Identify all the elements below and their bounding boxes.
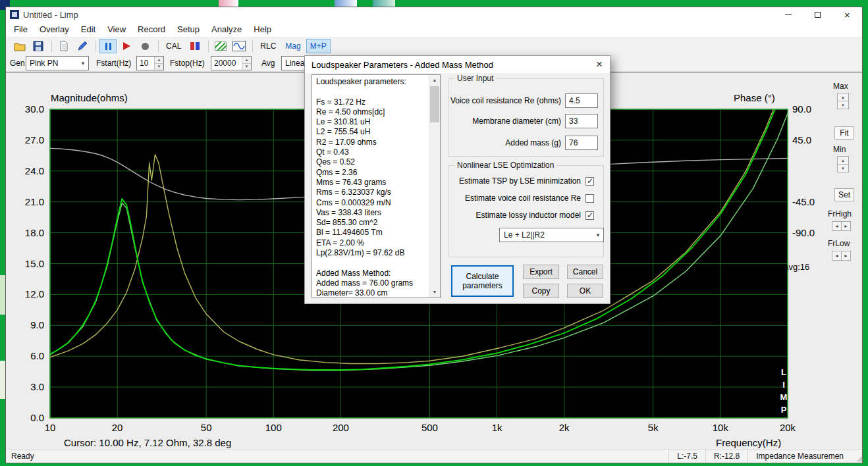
arrow-down-icon[interactable]: ▼ bbox=[155, 64, 163, 70]
dialog-title-bar[interactable]: Loudspeaker Parameters - Added Mass Meth… bbox=[305, 56, 610, 73]
rlc-button[interactable]: RLC bbox=[256, 39, 280, 53]
user-input-group: User Input Voice coil resistance Re (ohm… bbox=[448, 78, 604, 157]
min-label: Min bbox=[833, 145, 846, 154]
added-mass-field-input[interactable]: 76 bbox=[565, 136, 598, 150]
max-stepper[interactable]: ▲▼ bbox=[837, 93, 849, 109]
open-file-button[interactable] bbox=[11, 39, 28, 53]
pen-icon bbox=[77, 41, 88, 51]
scrollbar-thumb[interactable] bbox=[430, 86, 439, 122]
status-bar: Ready L:-7.5 R:-12.8 Impedance Measureme… bbox=[6, 449, 862, 463]
svg-text:-45.0: -45.0 bbox=[792, 196, 815, 207]
maximize-button[interactable] bbox=[803, 7, 832, 22]
arrow-right-icon[interactable]: ► bbox=[841, 221, 851, 231]
fstop-stepper[interactable]: ▲▼ bbox=[242, 57, 251, 70]
menu-setup[interactable]: Setup bbox=[172, 22, 205, 38]
svg-text:45.0: 45.0 bbox=[792, 134, 811, 145]
fstop-input[interactable]: 20000 ▲▼ bbox=[211, 56, 252, 70]
lossy-inductor-checkbox[interactable] bbox=[585, 211, 594, 220]
svg-text:500: 500 bbox=[421, 422, 438, 433]
status-ready: Ready bbox=[6, 452, 34, 461]
avg-label: Avg bbox=[261, 59, 275, 68]
document-icon bbox=[59, 41, 68, 51]
menu-help[interactable]: Help bbox=[248, 22, 277, 38]
menu-overlay[interactable]: Overlay bbox=[34, 22, 74, 38]
minimize-button[interactable] bbox=[773, 7, 803, 22]
cancel-button[interactable]: Cancel bbox=[567, 265, 603, 279]
menu-file[interactable]: File bbox=[9, 22, 33, 38]
toolbar-separator bbox=[158, 40, 159, 52]
fstop-label: Fstop(Hz) bbox=[170, 59, 205, 68]
arrow-down-icon[interactable]: ▼ bbox=[242, 64, 251, 70]
generator-type-select[interactable]: Pink PN ▾ bbox=[26, 56, 89, 70]
arrow-left-icon[interactable]: ◄ bbox=[832, 221, 842, 231]
toolbar-separator bbox=[51, 40, 52, 52]
generator-type-value: Pink PN bbox=[30, 59, 58, 68]
ok-button[interactable]: OK bbox=[567, 284, 603, 298]
channel-colors-button[interactable] bbox=[186, 39, 203, 53]
svg-text:1k: 1k bbox=[492, 422, 502, 433]
magnitude-view-button[interactable]: Mag bbox=[281, 39, 304, 53]
frhigh-stepper[interactable]: ◄► bbox=[832, 221, 851, 231]
arrow-right-icon[interactable]: ► bbox=[841, 251, 851, 261]
arrow-down-icon[interactable]: ▼ bbox=[837, 101, 849, 109]
svg-text:20k: 20k bbox=[780, 422, 796, 433]
svg-text:6.0: 6.0 bbox=[30, 350, 44, 361]
left-axis-title: Magnitude(ohms) bbox=[51, 92, 128, 103]
pen-tool-button[interactable] bbox=[74, 39, 91, 53]
window-title: Untitled - Limp bbox=[23, 10, 78, 20]
svg-text:30.0: 30.0 bbox=[25, 103, 44, 115]
magnitude-phase-view-button[interactable]: M+P bbox=[306, 39, 331, 53]
estimate-tsp-checkbox[interactable] bbox=[585, 177, 594, 186]
lse-group-title: Nonlinear LSE Optimization bbox=[454, 161, 556, 170]
stop-button[interactable] bbox=[136, 39, 153, 53]
calculate-parameters-button[interactable]: Calculate parameters bbox=[451, 265, 514, 297]
save-button[interactable] bbox=[30, 39, 47, 53]
svg-text:0.0: 0.0 bbox=[30, 412, 44, 423]
title-bar[interactable]: Untitled - Limp × bbox=[6, 7, 862, 22]
scroll-up-icon[interactable]: ▲ bbox=[429, 75, 440, 86]
signal-generator-button[interactable] bbox=[231, 39, 248, 53]
minimize-icon bbox=[785, 14, 792, 15]
min-stepper[interactable]: ▲▼ bbox=[837, 156, 849, 172]
arrow-down-icon[interactable]: ▼ bbox=[837, 164, 849, 172]
close-button[interactable]: × bbox=[832, 7, 862, 22]
spectrum-button[interactable] bbox=[212, 39, 229, 53]
copy-button[interactable]: Copy bbox=[523, 284, 559, 298]
max-label: Max bbox=[833, 82, 848, 91]
scrollbar[interactable]: ▲ ▼ bbox=[429, 75, 440, 298]
re-field-input[interactable]: 4.5 bbox=[565, 93, 598, 108]
fit-button[interactable]: Fit bbox=[834, 126, 854, 140]
dialog-close-button[interactable]: × bbox=[589, 56, 610, 73]
estimate-re-checkbox[interactable] bbox=[585, 194, 594, 203]
arrow-up-icon[interactable]: ▲ bbox=[155, 57, 163, 64]
loudspeaker-parameters-dialog: Loudspeaker Parameters - Added Mass Meth… bbox=[304, 55, 610, 304]
menu-edit[interactable]: Edit bbox=[76, 22, 101, 38]
re-field-label: Voice coil resistance Re (ohms) bbox=[450, 96, 561, 105]
copy-button[interactable] bbox=[55, 39, 72, 53]
fstart-stepper[interactable]: ▲▼ bbox=[154, 57, 163, 70]
toolbar-separator bbox=[252, 40, 253, 52]
calibrate-button[interactable]: CAL bbox=[162, 39, 185, 53]
set-button[interactable]: Set bbox=[834, 188, 854, 201]
arrow-up-icon[interactable]: ▲ bbox=[242, 57, 251, 64]
inductor-model-select[interactable]: Le + L2||R2 ▾ bbox=[499, 228, 604, 242]
menu-record[interactable]: Record bbox=[132, 22, 171, 38]
scroll-down-icon[interactable]: ▼ bbox=[429, 287, 440, 298]
svg-text:10: 10 bbox=[45, 422, 56, 433]
play-icon bbox=[123, 42, 130, 50]
arrow-left-icon[interactable]: ◄ bbox=[832, 251, 842, 261]
frlow-stepper[interactable]: ◄► bbox=[832, 251, 851, 261]
menu-view[interactable]: View bbox=[102, 22, 131, 38]
play-button[interactable] bbox=[118, 39, 135, 53]
menu-analyze[interactable]: Analyze bbox=[206, 22, 247, 38]
export-button[interactable]: Export bbox=[523, 265, 559, 279]
desktop-artifact bbox=[219, 0, 238, 7]
parameters-textbox[interactable]: Loudspeaker parameters: Fs = 31.72 Hz Re… bbox=[312, 74, 441, 298]
parameters-text: Loudspeaker parameters: Fs = 31.72 Hz Re… bbox=[316, 77, 427, 296]
diameter-field-input[interactable]: 33 bbox=[565, 114, 598, 128]
fstart-input[interactable]: 10 ▲▼ bbox=[136, 56, 164, 70]
menu-bar: File Overlay Edit View Record Setup Anal… bbox=[6, 22, 862, 38]
resize-grip-icon[interactable]: ◢ bbox=[852, 450, 862, 463]
pause-button[interactable] bbox=[99, 39, 117, 53]
cursor-readout: Cursor: 10.00 Hz, 7.12 Ohm, 32.8 deg bbox=[64, 437, 231, 448]
